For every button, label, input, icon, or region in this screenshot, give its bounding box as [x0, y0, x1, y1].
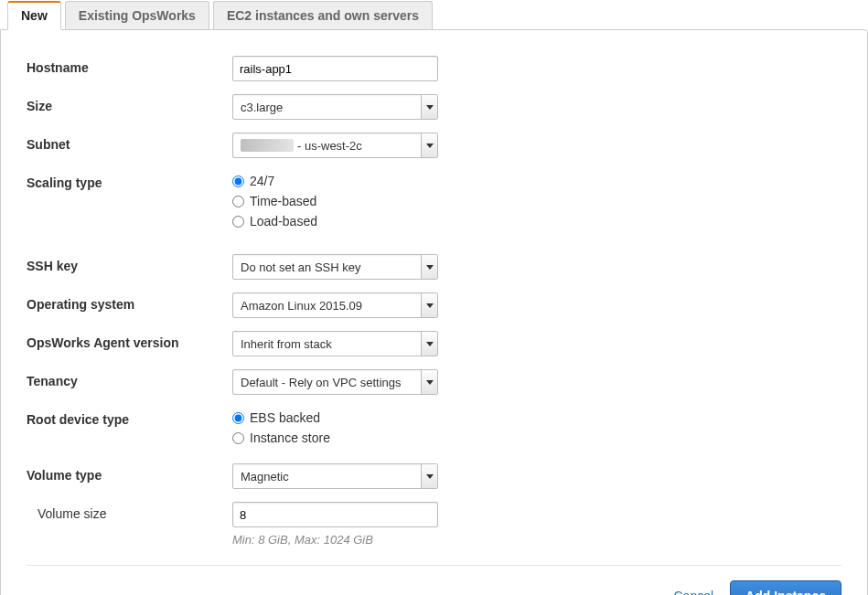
size-select[interactable]: c3.large: [232, 94, 438, 120]
volume-size-input[interactable]: [232, 502, 438, 527]
hostname-input[interactable]: [232, 56, 438, 81]
dropdown-icon: [421, 293, 437, 317]
volume-size-helper: Min: 8 GiB, Max: 1024 GiB: [232, 533, 841, 547]
ssh-key-select[interactable]: Do not set an SSH key: [232, 254, 438, 280]
label-size: Size: [27, 94, 232, 113]
label-ssh-key: SSH key: [27, 254, 232, 273]
label-tenancy: Tenancy: [27, 369, 232, 388]
scaling-radio-247[interactable]: 24/7: [232, 174, 841, 188]
os-select[interactable]: Amazon Linux 2015.09: [232, 292, 438, 318]
dropdown-icon: [421, 464, 437, 488]
tenancy-select-value: Default - Rely on VPC settings: [233, 370, 421, 394]
label-hostname: Hostname: [27, 56, 232, 75]
label-volume-size: Volume size: [27, 502, 232, 521]
scaling-radio-load[interactable]: Load-based: [232, 214, 841, 228]
form-panel: Hostname Size c3.large Subnet - us-west-…: [0, 29, 868, 595]
label-volume-type: Volume type: [27, 463, 232, 483]
label-scaling-type: Scaling type: [27, 171, 232, 190]
add-instance-button[interactable]: Add Instance: [730, 580, 841, 595]
tabs-bar: New Existing OpsWorks EC2 instances and …: [0, 0, 868, 29]
scaling-radio-time[interactable]: Time-based: [232, 194, 841, 208]
os-select-value: Amazon Linux 2015.09: [233, 293, 421, 317]
label-operating-system: Operating system: [27, 292, 232, 312]
scaling-radio-time-input[interactable]: [232, 196, 244, 207]
tab-ec2-own-servers[interactable]: EC2 instances and own servers: [213, 1, 433, 29]
divider: [27, 565, 841, 566]
agent-version-select[interactable]: Inherit from stack: [232, 331, 438, 356]
label-root-device-type: Root device type: [27, 408, 232, 427]
root-radio-instance-store-input[interactable]: [232, 432, 244, 444]
dropdown-icon: [421, 95, 437, 119]
actions-bar: Cancel Add Instance: [27, 580, 841, 595]
size-select-value: c3.large: [233, 95, 421, 119]
dropdown-icon: [421, 370, 437, 394]
root-radio-ebs[interactable]: EBS backed: [232, 410, 841, 425]
ssh-key-select-value: Do not set an SSH key: [233, 255, 421, 279]
volume-type-select[interactable]: Magnetic: [232, 463, 438, 489]
tab-existing-opsworks[interactable]: Existing OpsWorks: [65, 1, 209, 29]
scaling-radio-load-input[interactable]: [232, 216, 244, 228]
subnet-select[interactable]: - us-west-2c: [232, 133, 438, 158]
tenancy-select[interactable]: Default - Rely on VPC settings: [232, 369, 438, 395]
scaling-radio-247-input[interactable]: [232, 175, 244, 187]
root-radio-instance-store[interactable]: Instance store: [232, 430, 841, 445]
dropdown-icon: [421, 332, 437, 356]
tab-new[interactable]: New: [7, 1, 61, 30]
dropdown-icon: [421, 255, 437, 279]
cancel-link[interactable]: Cancel: [674, 589, 714, 595]
root-radio-ebs-input[interactable]: [232, 412, 244, 424]
redacted-subnet-id: [241, 139, 294, 152]
label-agent-version: OpsWorks Agent version: [27, 331, 232, 350]
agent-version-select-value: Inherit from stack: [233, 332, 421, 356]
dropdown-icon: [421, 133, 437, 157]
subnet-select-value: - us-west-2c: [233, 133, 421, 157]
label-subnet: Subnet: [27, 133, 232, 152]
volume-type-select-value: Magnetic: [233, 464, 421, 488]
